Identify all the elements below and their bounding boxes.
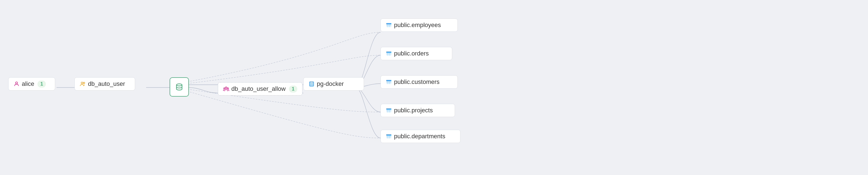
db-auto-user-node[interactable]: db_auto_user <box>74 77 135 91</box>
svg-point-5 <box>83 82 85 84</box>
diagram-canvas: alice 1 db_auto_user <box>0 0 868 175</box>
public-employees-label: public.employees <box>394 22 441 29</box>
pg-docker-label: pg-docker <box>317 80 344 88</box>
table-icon-departments <box>386 133 392 139</box>
table-icon-employees <box>386 22 392 28</box>
svg-rect-12 <box>386 23 391 25</box>
db-auto-user-label: db_auto_user <box>88 80 125 88</box>
table-icon-orders <box>386 51 392 57</box>
svg-point-8 <box>224 88 225 89</box>
users-icon <box>80 81 86 87</box>
svg-rect-17 <box>386 52 391 53</box>
alice-node[interactable]: alice 1 <box>8 77 55 91</box>
public-orders-node[interactable]: public.orders <box>380 47 452 60</box>
svg-point-4 <box>81 82 83 84</box>
public-customers-label: public.customers <box>394 78 439 86</box>
svg-point-7 <box>225 87 227 89</box>
public-projects-label: public.projects <box>394 107 433 114</box>
db-auto-user-allow-label: db_auto_user_allow <box>231 85 286 92</box>
public-projects-node[interactable]: public.projects <box>380 104 455 117</box>
db-auto-user-allow-badge: 1 <box>289 86 297 92</box>
db-hub-node[interactable] <box>169 77 189 97</box>
public-departments-node[interactable]: public.departments <box>380 130 461 143</box>
alice-badge: 1 <box>37 81 46 88</box>
public-customers-node[interactable]: public.customers <box>380 75 458 89</box>
stack-icon <box>309 81 315 87</box>
database-icon <box>175 83 183 91</box>
user-icon <box>13 81 20 87</box>
svg-point-9 <box>227 88 228 89</box>
public-orders-label: public.orders <box>394 50 429 57</box>
svg-point-10 <box>310 81 314 83</box>
svg-rect-27 <box>386 109 391 110</box>
svg-point-6 <box>177 84 182 86</box>
public-departments-label: public.departments <box>394 133 445 140</box>
group-icon <box>223 86 229 92</box>
svg-rect-22 <box>386 80 391 81</box>
table-icon-customers <box>386 79 392 85</box>
db-auto-user-allow-node[interactable]: db_auto_user_allow 1 <box>218 82 303 95</box>
pg-docker-node[interactable]: pg-docker <box>303 77 364 91</box>
svg-rect-32 <box>386 135 391 136</box>
table-icon-projects <box>386 107 392 113</box>
alice-label: alice <box>22 80 34 88</box>
public-employees-node[interactable]: public.employees <box>380 19 458 32</box>
svg-point-3 <box>16 82 18 84</box>
